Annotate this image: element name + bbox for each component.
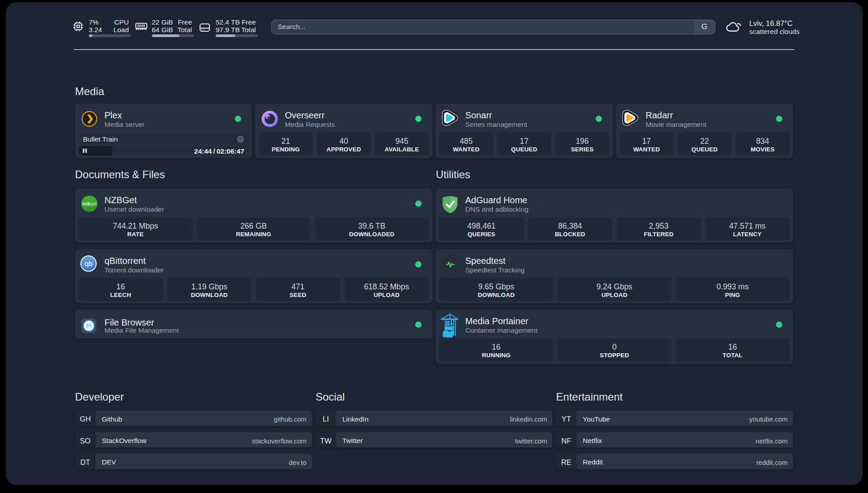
- svg-text:nzbget: nzbget: [82, 201, 96, 206]
- svg-text:qb: qb: [84, 259, 92, 267]
